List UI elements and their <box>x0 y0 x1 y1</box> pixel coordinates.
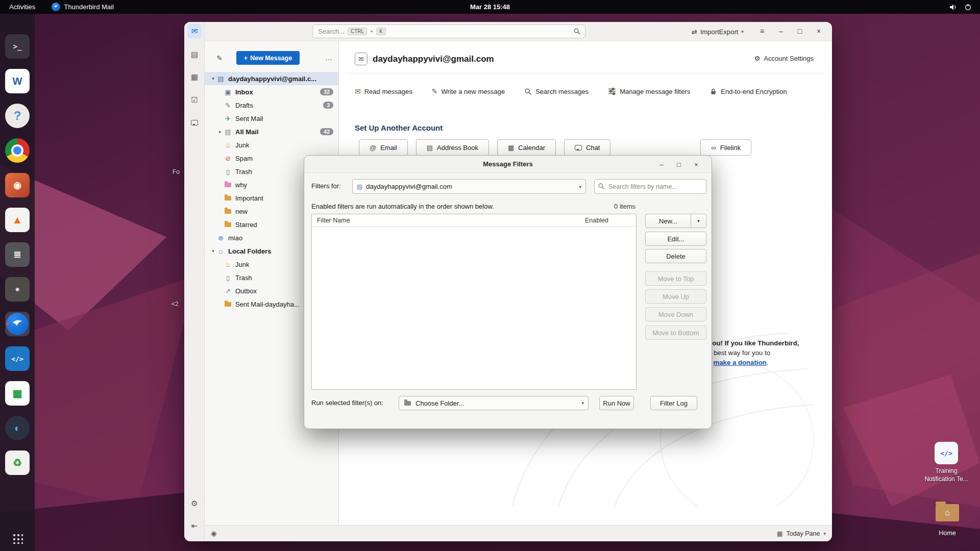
space-tasks-button[interactable]: ☑ <box>187 93 202 107</box>
expander-icon[interactable]: ▾ <box>210 76 216 81</box>
spaces-collapse-button[interactable]: ⇤ <box>187 519 202 533</box>
move-to-bottom-button[interactable]: Move to Bottom <box>645 325 706 340</box>
folder-item-account-root[interactable]: ▾ ▤ daydayhappyvivi@gmail.c... <box>205 72 338 85</box>
search-icon <box>524 88 532 95</box>
dock-icon-thunderbird[interactable] <box>5 312 30 336</box>
count-badge: 42 <box>320 128 333 135</box>
setup-address-book-button[interactable]: ▤ Address Book <box>416 139 489 156</box>
run-now-button[interactable]: Run Now <box>599 396 634 410</box>
desktop-icon-training-notification[interactable]: </> <box>935 442 958 464</box>
dock-icon-gimp[interactable]: ● <box>5 277 30 302</box>
space-mail-button[interactable]: ✉ <box>187 24 202 38</box>
filters-table[interactable]: Filter Name Enabled <box>311 214 636 390</box>
filters-account-dropdown[interactable]: ▤ daydayhappyvivi@gmail.com ▾ <box>352 179 586 194</box>
maximize-button[interactable]: □ <box>794 25 806 37</box>
new-filter-dropdown-button[interactable]: ▾ <box>691 214 706 228</box>
status-bar: ◉ ▦ Today Pane ▾ <box>205 525 832 541</box>
dock-icon-chromium[interactable] <box>5 138 30 163</box>
dialog-minimize-button[interactable]: – <box>656 159 667 169</box>
choose-folder-dropdown[interactable]: Choose Folder... ▾ <box>399 396 589 410</box>
folder-item-sent-mail[interactable]: ✈ Sent Mail <box>205 112 338 125</box>
space-chat-button[interactable] <box>187 115 202 130</box>
dock-icon-vscode[interactable]: </> <box>5 346 30 371</box>
thunderbird-logo-icon <box>52 3 60 11</box>
dock-icon-vlc[interactable]: ▲ <box>5 208 30 232</box>
folder-item-drafts[interactable]: ✎ Drafts 3 <box>205 98 338 112</box>
delete-filter-button[interactable]: Delete <box>645 249 706 263</box>
column-enabled[interactable]: Enabled <box>585 217 636 224</box>
read-messages-link[interactable]: ✉ Read messages <box>355 87 412 95</box>
account-settings-link[interactable]: ⚙ Account Settings <box>754 55 814 62</box>
move-to-top-button[interactable]: Move to Top <box>645 271 706 286</box>
expander-icon[interactable]: ▾ <box>210 248 216 254</box>
junk-icon: ♨ <box>224 141 232 149</box>
importexport-button[interactable]: ⇄ ImportExport ▾ <box>688 25 748 38</box>
show-applications-button[interactable] <box>12 533 23 544</box>
manage-filters-link[interactable]: Manage message filters <box>608 87 690 95</box>
folder-icon <box>225 302 231 307</box>
message-filters-dialog: Message Filters – □ × Filters for: ▤ day… <box>304 155 712 429</box>
focused-app-menu[interactable]: Thunderbird Mail <box>44 0 121 14</box>
folder-item-inbox[interactable]: ▣ Inbox 32 <box>205 85 338 98</box>
activity-indicator-icon[interactable]: ◉ <box>211 530 216 537</box>
folder-item-all-mail[interactable]: ▸ ▤ All Mail 42 <box>205 125 338 138</box>
dock-icon-help[interactable]: ? <box>5 104 30 128</box>
filters-for-label: Filters for: <box>311 182 341 190</box>
setup-chat-button[interactable]: Chat <box>564 139 610 156</box>
filters-table-header: Filter Name Enabled <box>312 214 636 227</box>
dock-icon-settings[interactable]: ◐ <box>5 416 30 440</box>
dock-icon-terminal[interactable]: >_ <box>5 34 30 59</box>
setup-account-buttons: @ Email ▤ Address Book ▦ Calendar Chat <box>359 139 751 156</box>
move-down-button[interactable]: Move Down <box>645 307 706 321</box>
kbd-k: K <box>376 28 386 35</box>
new-filter-button[interactable]: New... <box>645 214 691 228</box>
running-indicator <box>6 323 9 325</box>
app-menu-button[interactable]: ≡ <box>756 25 768 37</box>
compose-icon-button[interactable]: ✎ <box>213 52 226 65</box>
column-filter-name[interactable]: Filter Name <box>312 217 585 224</box>
make-a-donation-link[interactable]: make a donation <box>714 359 767 366</box>
new-message-button[interactable]: + New Message <box>236 51 300 65</box>
thunderbird-logo-icon <box>6 313 29 335</box>
clock[interactable]: Mar 28 15:48 <box>470 3 510 11</box>
filter-log-button[interactable]: Filter Log <box>650 396 697 410</box>
global-search-input[interactable]: Search... CTRL + K <box>312 24 585 38</box>
items-count: 0 items <box>614 203 635 210</box>
setup-filelink-button[interactable]: ∞ Filelink <box>700 139 751 156</box>
folder-icon <box>225 209 231 214</box>
dock-icon-libreoffice-calc[interactable]: ▦ <box>5 381 30 406</box>
space-address-book-button[interactable]: ▤ <box>187 47 202 62</box>
folder-pane-options-button[interactable]: … <box>322 51 335 64</box>
setup-email-button[interactable]: @ Email <box>359 139 408 156</box>
edit-filter-button[interactable]: Edit... <box>645 232 706 246</box>
activities-button[interactable]: Activities <box>0 0 44 14</box>
write-message-link[interactable]: ✎ Write a new message <box>432 87 505 95</box>
spaces-settings-button[interactable]: ⚙ <box>187 496 202 511</box>
desktop-icon-home-folder[interactable]: ⌂ <box>936 504 959 521</box>
dock-icon-image-viewer[interactable]: ◉ <box>5 173 30 197</box>
search-icon <box>573 28 581 35</box>
divider <box>347 73 825 73</box>
dialog-maximize-button[interactable]: □ <box>674 159 684 169</box>
search-messages-link[interactable]: Search messages <box>524 87 589 95</box>
dialog-titlebar[interactable]: Message Filters <box>304 156 712 173</box>
encryption-link[interactable]: End-to-end Encryption <box>709 87 787 95</box>
today-pane-toggle[interactable]: ▦ Today Pane ▾ <box>777 530 826 537</box>
move-up-button[interactable]: Move Up <box>645 289 706 304</box>
close-button[interactable]: × <box>813 25 825 37</box>
dock-icon-text-editor[interactable]: ≣ <box>5 242 30 267</box>
dock-icon-software-center[interactable]: ♻ <box>5 450 30 475</box>
filter-search-input[interactable] <box>594 179 706 194</box>
expander-icon[interactable]: ▸ <box>217 129 224 134</box>
system-status-area[interactable] <box>949 3 980 11</box>
trash-icon: ▯ <box>224 168 232 176</box>
minimize-button[interactable]: – <box>775 25 787 37</box>
dock-icon-libreoffice-writer[interactable]: W <box>5 69 30 93</box>
outbox-icon: ↗ <box>224 287 232 295</box>
globe-icon: ⊕ <box>216 234 225 242</box>
chevron-down-icon: ▾ <box>823 531 826 536</box>
space-calendar-button[interactable]: ▦ <box>187 70 202 84</box>
folder-item-junk[interactable]: ♨ Junk <box>205 138 338 152</box>
setup-calendar-button[interactable]: ▦ Calendar <box>497 139 556 156</box>
dialog-close-button[interactable]: × <box>691 159 701 169</box>
